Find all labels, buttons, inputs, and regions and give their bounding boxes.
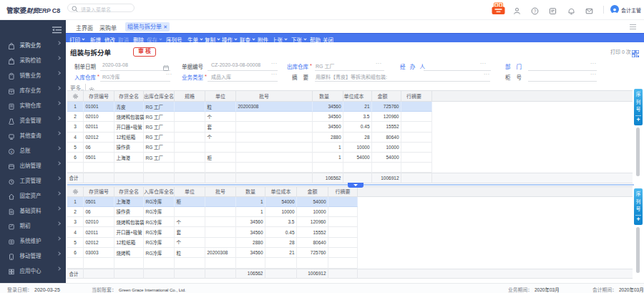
- svg-text:?: ?: [534, 9, 537, 14]
- svg-text:¥: ¥: [10, 149, 13, 153]
